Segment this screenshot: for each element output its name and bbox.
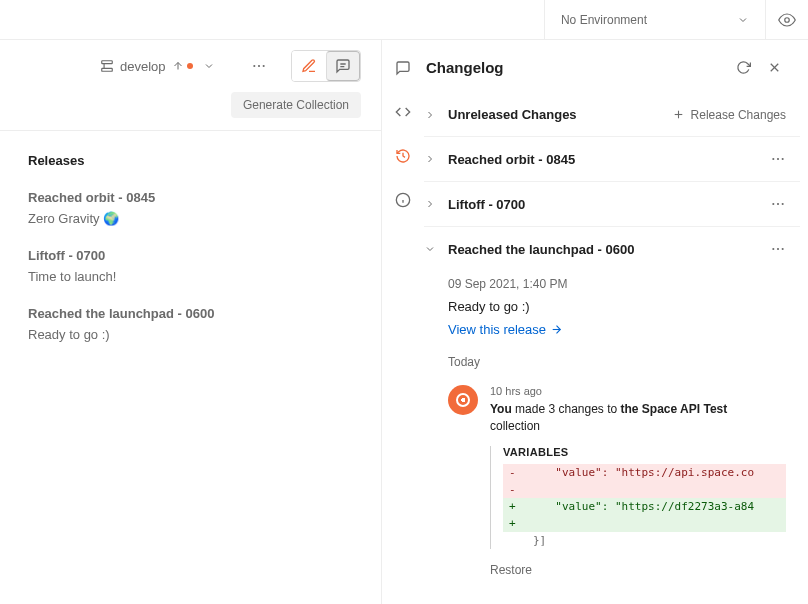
refresh-button[interactable] xyxy=(732,56,755,79)
svg-point-5 xyxy=(253,65,255,67)
generate-collection-button[interactable]: Generate Collection xyxy=(231,92,361,118)
svg-rect-2 xyxy=(102,61,113,64)
diff-line: }] xyxy=(503,532,786,549)
info-tab[interactable] xyxy=(395,192,411,208)
today-label: Today xyxy=(448,355,786,369)
svg-point-20 xyxy=(772,203,774,205)
chevron-down-icon xyxy=(737,14,749,26)
unreleased-label: Unreleased Changes xyxy=(448,107,662,122)
chevron-down-icon xyxy=(203,60,215,72)
row-more-button[interactable] xyxy=(770,241,786,257)
svg-point-18 xyxy=(777,158,779,160)
eye-icon xyxy=(778,11,796,29)
release-desc: Zero Gravity 🌍 xyxy=(28,211,353,226)
changelog-tab[interactable] xyxy=(395,148,411,164)
release-title: Liftoff - 0700 xyxy=(28,248,353,263)
svg-point-19 xyxy=(782,158,784,160)
environment-quicklook-button[interactable] xyxy=(765,0,808,39)
activity-body: 10 hrs ago You made 3 changes to the Spa… xyxy=(490,385,786,577)
activity-time: 10 hrs ago xyxy=(490,385,786,397)
svg-point-24 xyxy=(777,248,779,250)
chevron-right-icon xyxy=(424,109,438,121)
diff-line-added: + "value": "https://df2273a3-a84 xyxy=(503,498,786,515)
main-split: develop xyxy=(0,40,808,604)
right-pane: Changelog Unreleased Changes Release Cha… xyxy=(382,40,808,604)
right-rail xyxy=(382,40,424,208)
release-item[interactable]: Reached orbit - 0845 Zero Gravity 🌍 xyxy=(28,190,353,226)
changelog-body: Changelog Unreleased Changes Release Cha… xyxy=(424,40,808,604)
svg-point-21 xyxy=(777,203,779,205)
release-changes-button[interactable]: Release Changes xyxy=(672,108,786,122)
release-desc: Ready to go :) xyxy=(28,327,353,342)
diff-line-added: + xyxy=(503,515,786,532)
changelog-expanded-body: 09 Sep 2021, 1:40 PM Ready to go :) View… xyxy=(424,277,800,589)
diff-line-removed: - "value": "https://api.space.co xyxy=(503,464,786,481)
releases-heading: Releases xyxy=(28,153,353,168)
svg-point-6 xyxy=(257,65,259,67)
changelog-row-title: Reached the launchpad - 0600 xyxy=(448,242,760,257)
chevron-right-icon xyxy=(424,153,438,165)
documentation-tab[interactable] xyxy=(395,60,411,76)
release-changes-label: Release Changes xyxy=(691,108,786,122)
svg-rect-1 xyxy=(102,68,113,71)
svg-point-23 xyxy=(772,248,774,250)
more-button[interactable] xyxy=(245,54,273,78)
svg-point-17 xyxy=(772,158,774,160)
view-release-link[interactable]: View this release xyxy=(448,322,563,337)
release-description: Ready to go :) xyxy=(448,299,786,314)
chevron-down-icon xyxy=(424,243,438,255)
release-item[interactable]: Liftoff - 0700 Time to launch! xyxy=(28,248,353,284)
edit-button[interactable] xyxy=(292,51,326,81)
restore-button[interactable]: Restore xyxy=(490,563,786,577)
environment-label: No Environment xyxy=(561,13,647,27)
svg-point-25 xyxy=(782,248,784,250)
changelog-row-title: Liftoff - 0700 xyxy=(448,197,760,212)
changelog-row[interactable]: Liftoff - 0700 xyxy=(424,182,800,227)
release-title: Reached orbit - 0845 xyxy=(28,190,353,205)
code-tab[interactable] xyxy=(395,104,411,120)
push-indicator xyxy=(172,60,193,72)
changelog-row-expanded[interactable]: Reached the launchpad - 0600 xyxy=(424,227,800,271)
row-more-button[interactable] xyxy=(770,196,786,212)
left-pane: develop xyxy=(0,40,382,604)
chevron-right-icon xyxy=(424,198,438,210)
changelog-title: Changelog xyxy=(426,59,504,76)
changelog-header: Changelog xyxy=(424,40,800,93)
close-button[interactable] xyxy=(763,56,786,79)
svg-point-7 xyxy=(262,65,264,67)
diff-section-label: VARIABLES xyxy=(503,446,786,458)
diff-line-removed: - xyxy=(503,481,786,498)
fork-icon xyxy=(100,59,114,73)
release-desc: Time to launch! xyxy=(28,269,353,284)
activity-text: You made 3 changes to the Space API Test… xyxy=(490,401,786,436)
unreleased-row[interactable]: Unreleased Changes Release Changes xyxy=(424,93,800,137)
release-title: Reached the launchpad - 0600 xyxy=(28,306,353,321)
activity-item: 10 hrs ago You made 3 changes to the Spa… xyxy=(448,385,786,589)
left-toolbar: Generate Collection xyxy=(0,92,381,130)
branch-name: develop xyxy=(120,59,166,74)
changes-dot-icon xyxy=(187,63,193,69)
view-release-label: View this release xyxy=(448,322,546,337)
releases-list: Releases Reached orbit - 0845 Zero Gravi… xyxy=(0,131,381,386)
release-timestamp: 09 Sep 2021, 1:40 PM xyxy=(448,277,786,291)
diff-block: VARIABLES - "value": "https://api.space.… xyxy=(490,446,786,549)
row-more-button[interactable] xyxy=(770,151,786,167)
comments-button[interactable] xyxy=(326,51,360,81)
svg-point-0 xyxy=(785,17,790,22)
view-toggle xyxy=(291,50,361,82)
environment-selector[interactable]: No Environment xyxy=(544,0,765,39)
release-item[interactable]: Reached the launchpad - 0600 Ready to go… xyxy=(28,306,353,342)
top-bar: No Environment xyxy=(0,0,808,40)
changelog-row[interactable]: Reached orbit - 0845 xyxy=(424,137,800,182)
changelog-row-title: Reached orbit - 0845 xyxy=(448,152,760,167)
diff: - "value": "https://api.space.co - + "va… xyxy=(503,464,786,549)
left-header: develop xyxy=(0,40,381,92)
avatar xyxy=(448,385,478,415)
branch-selector[interactable]: develop xyxy=(100,59,215,74)
svg-point-22 xyxy=(782,203,784,205)
